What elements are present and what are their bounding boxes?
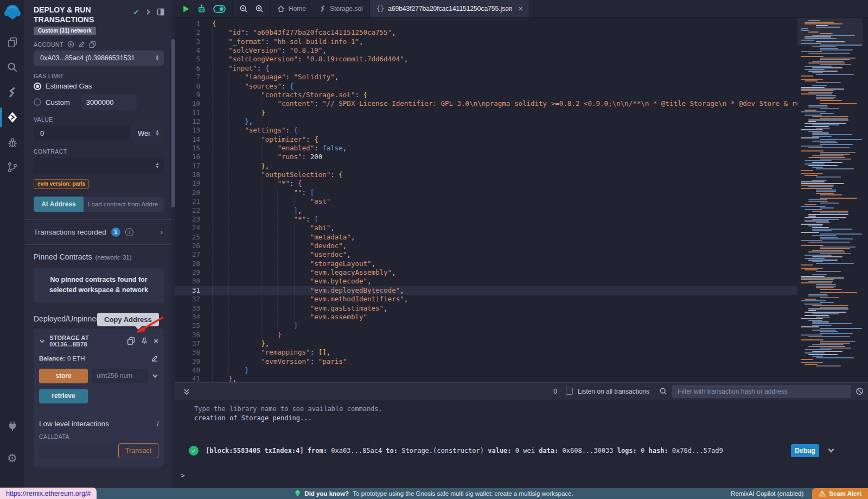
code-line[interactable]: 19 "*": { (175, 179, 868, 188)
custom-gas-input[interactable] (81, 94, 137, 110)
code-line[interactable]: 24 "abi", (175, 224, 868, 232)
code-line[interactable]: 7 "language": "Solidity", (175, 73, 868, 81)
remove-instance-icon[interactable]: × (154, 337, 158, 345)
collapse-terminal-icon[interactable] (183, 388, 190, 395)
terminal-body[interactable]: Type the library name to see available c… (175, 400, 868, 488)
code-line[interactable]: 11 } (175, 109, 868, 117)
code-line[interactable]: 14 "optimizer": { (175, 135, 868, 144)
terminal-search-icon[interactable] (659, 387, 667, 395)
value-unit-select[interactable]: Wei ▲▼ (130, 125, 164, 141)
edit-balance-icon[interactable] (151, 355, 158, 362)
code-line[interactable]: 27 "userdoc", (175, 250, 868, 259)
debug-button[interactable]: Debug (791, 444, 819, 457)
transaction-log-row[interactable]: ✓ [block:5583405 txIndex:4] from: 0xa03.… (194, 444, 868, 457)
panel-scrollbar-thumb[interactable] (171, 39, 175, 207)
code-editor[interactable]: 1{2 "id": "a69b43f277ba20fcac141151250ca… (175, 18, 868, 382)
code-line[interactable]: 6 "input": { (175, 64, 868, 73)
store-button[interactable]: store (39, 369, 88, 383)
code-line[interactable]: 16 "runs": 200 (175, 153, 868, 161)
chevron-down-icon[interactable] (39, 338, 45, 344)
code-line[interactable]: 39 "evmVersion": "paris" (175, 357, 868, 366)
estimated-gas-radio[interactable] (34, 83, 41, 90)
code-line[interactable]: 15 "enabled": false, (175, 144, 868, 153)
code-line[interactable]: 37 }, (175, 339, 868, 348)
value-input[interactable] (34, 125, 130, 141)
code-line[interactable]: 10 "content": "// SPDX-License-Identifie… (175, 99, 868, 108)
code-line[interactable]: 41 }, (175, 375, 868, 382)
code-line[interactable]: 5 "solcLongVersion": "0.8.19+commit.7dd6… (175, 55, 868, 64)
tab-build-info-json[interactable]: {} a69b43f277ba20fcac141151250ca755.json… (370, 0, 530, 17)
code-line[interactable]: 1{ (175, 20, 868, 28)
expand-tx-icon[interactable] (827, 446, 835, 456)
info-icon[interactable]: i (125, 228, 133, 236)
run-script-icon[interactable] (182, 5, 190, 13)
panel-scrollbar[interactable] (171, 0, 175, 488)
code-line[interactable]: 28 "storageLayout", (175, 260, 868, 268)
retrieve-button[interactable]: retrieve (39, 389, 88, 403)
code-line[interactable]: 25 "metadata", (175, 233, 868, 242)
transaction-filter-input[interactable] (672, 385, 851, 398)
close-tab-icon[interactable]: × (519, 4, 523, 13)
account-select[interactable]: 0xA03...85ac4 (0.39866531531 ▲▼ (34, 50, 164, 66)
low-level-info-icon[interactable]: i (156, 420, 158, 428)
chevron-right-icon[interactable]: › (161, 228, 163, 236)
transactions-recorded-row[interactable]: Transactions recorded 1 i › (34, 228, 163, 237)
code-line[interactable]: 40 } (175, 366, 868, 375)
code-line[interactable]: 4 "solcVersion": "0.8.19", (175, 46, 868, 55)
pin-panel-icon[interactable] (157, 8, 164, 16)
clear-console-icon[interactable] (856, 387, 864, 395)
sidebar-item-deploy-and-run[interactable] (0, 106, 24, 128)
scam-alert-button[interactable]: Scam Alert (812, 488, 868, 499)
copy-account-icon[interactable] (89, 41, 96, 48)
code-line[interactable]: 12 }, (175, 117, 868, 126)
ai-assistant-icon[interactable] (197, 4, 206, 14)
code-line[interactable]: 13 "settings": { (175, 126, 868, 135)
transact-button[interactable]: Transact (118, 443, 158, 458)
sidebar-item-git[interactable] (0, 156, 24, 178)
sidebar-item-plugin-manager[interactable] (0, 415, 24, 437)
contract-stepper[interactable]: ▲▼ (155, 162, 159, 169)
code-line[interactable]: 9 "contracts/Storage.sol": { (175, 91, 868, 99)
tab-storage-sol[interactable]: Storage.sol (313, 0, 370, 17)
copy-address-icon[interactable] (127, 337, 135, 345)
collapse-panel-icon[interactable] (145, 9, 151, 15)
code-line[interactable]: 33 "evm.gasEstimates", (175, 304, 868, 313)
code-line[interactable]: 38 "remappings": [], (175, 348, 868, 357)
listen-all-checkbox[interactable] (566, 388, 573, 395)
pin-instance-icon[interactable] (141, 337, 148, 345)
zoom-in-icon[interactable] (255, 4, 264, 13)
terminal-prompt[interactable]: > (181, 471, 868, 479)
unit-stepper[interactable]: ▲▼ (155, 130, 159, 136)
code-line[interactable]: 26 "devdoc", (175, 242, 868, 250)
custom-gas-radio[interactable] (34, 98, 41, 106)
code-line[interactable]: 21 "ast" (175, 197, 868, 206)
account-stepper[interactable]: ▲▼ (155, 55, 159, 61)
code-line[interactable]: 8 "sources": { (175, 82, 868, 91)
code-line[interactable]: 17 }, (175, 162, 868, 170)
at-address-button[interactable]: At Address (34, 197, 84, 212)
sidebar-item-file-explorer[interactable] (0, 31, 24, 53)
copilot-status[interactable]: RemixAI Copilot (enabled) (731, 490, 803, 497)
editor-scrollbar[interactable] (863, 18, 868, 382)
code-line[interactable]: 3 "_format": "hh-sol-build-info-1", (175, 37, 868, 46)
code-line[interactable]: 30 "evm.bytecode", (175, 277, 868, 286)
code-line[interactable]: 18 "outputSelection": { (175, 170, 868, 179)
code-line[interactable]: 32 "evm.methodIdentifiers", (175, 295, 868, 304)
sidebar-item-settings[interactable]: ⚙ (0, 447, 24, 469)
expand-args-icon[interactable] (152, 372, 158, 379)
sidebar-item-solidity-compiler[interactable] (0, 81, 24, 103)
calldata-input[interactable] (39, 443, 117, 458)
add-account-icon[interactable] (67, 41, 74, 48)
code-line[interactable]: 34 "evm.assembly" (175, 313, 868, 321)
tab-home[interactable]: Home (271, 0, 313, 17)
sidebar-item-debugger[interactable] (0, 131, 24, 153)
code-line[interactable]: 23 "*": [ (175, 215, 868, 224)
store-arg-input[interactable] (92, 369, 148, 383)
code-line[interactable]: 36 } (175, 331, 868, 339)
sign-message-icon[interactable] (78, 41, 85, 48)
code-line[interactable]: 29 "evm.legacyAssembly", (175, 268, 868, 277)
code-line[interactable]: 31 "evm.deployedBytecode", (175, 286, 868, 295)
zoom-out-icon[interactable] (239, 4, 248, 13)
minimap[interactable] (797, 18, 863, 382)
minimap-viewport[interactable] (797, 18, 863, 46)
